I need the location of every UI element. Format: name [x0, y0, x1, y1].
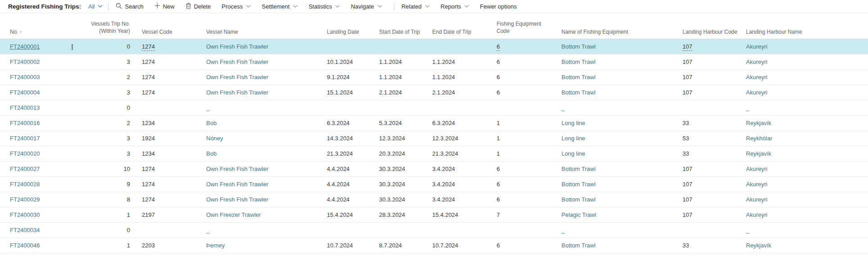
cell-end-date[interactable]: 12.3.2024 — [429, 130, 493, 146]
cell-harbour-name[interactable]: Akureyri — [743, 176, 868, 192]
cell-row-options[interactable] — [65, 39, 79, 54]
column-header-no[interactable]: No.↑ — [0, 13, 65, 39]
cell-no[interactable]: FT2400004 — [0, 85, 65, 100]
cell-no[interactable]: FT2400020 — [0, 146, 65, 161]
cell-equipment-code[interactable]: 6 — [493, 85, 558, 100]
cell-no[interactable]: FT2400029 — [0, 192, 65, 207]
delete-button[interactable]: Delete — [185, 3, 211, 10]
cell-equipment-name[interactable]: Long line — [558, 146, 679, 161]
cell-landing-date[interactable]: 15.1.2024 — [323, 85, 376, 100]
cell-start-date[interactable]: 2.1.2024 — [376, 85, 429, 100]
cell-equipment-name[interactable]: Bottom Trawl — [558, 176, 679, 192]
cell-harbour-code[interactable] — [679, 100, 743, 115]
cell-equipment-name[interactable]: Long line — [558, 130, 679, 146]
cell-landing-date[interactable] — [323, 222, 376, 238]
cell-equipment-name[interactable]: Bottom Trawl — [558, 192, 679, 207]
settlement-menu[interactable]: Settlement — [262, 3, 298, 10]
cell-equipment-code[interactable]: 1 — [493, 130, 558, 146]
cell-equipment-code[interactable]: 1 — [493, 115, 558, 130]
cell-harbour-name[interactable]: Reykhólar — [743, 130, 868, 146]
column-header-equipment-name[interactable]: Name of Fishing Equipment — [558, 13, 679, 39]
cell-equipment-name[interactable]: Bottom Trawl — [558, 161, 679, 176]
cell-end-date[interactable]: 3.4.2024 — [429, 192, 493, 207]
column-header-trip-no[interactable]: Vessels Trip No. (Within Year) — [79, 13, 133, 39]
cell-equipment-code[interactable]: 6 — [493, 176, 558, 192]
cell-harbour-code[interactable]: 107 — [679, 39, 743, 54]
cell-equipment-code[interactable] — [493, 222, 558, 238]
column-header-landing-date[interactable]: Landing Date — [323, 13, 376, 39]
cell-landing-date[interactable]: 21.3.2024 — [323, 146, 376, 161]
cell-row-options[interactable] — [65, 146, 79, 161]
cell-harbour-code[interactable]: 33 — [679, 146, 743, 161]
table-row[interactable]: FT2400013 0 _ _ _ — [0, 100, 868, 115]
cell-equipment-code[interactable]: 1 — [493, 146, 558, 161]
cell-harbour-code[interactable]: 107 — [679, 54, 743, 69]
cell-vessel-code[interactable]: 1274 — [133, 176, 203, 192]
cell-row-options[interactable] — [65, 85, 79, 100]
cell-no[interactable]: FT2400034 — [0, 222, 65, 238]
cell-vessel-name[interactable]: Own Fresh Fish Trawler — [203, 69, 323, 85]
cell-landing-date[interactable]: 15.4.2024 — [323, 207, 376, 222]
cell-equipment-name[interactable]: Bottom Trawl — [558, 69, 679, 85]
cell-end-date[interactable]: 2.1.2024 — [429, 85, 493, 100]
cell-trip-no[interactable]: 3 — [79, 85, 133, 100]
cell-landing-date[interactable]: 4.4.2024 — [323, 161, 376, 176]
cell-vessel-name[interactable]: Own Fresh Fish Trawler — [203, 192, 323, 207]
cell-equipment-code[interactable]: 6 — [493, 161, 558, 176]
column-header-start-date[interactable]: Start Date of Trip — [376, 13, 429, 39]
cell-no[interactable]: FT2400046 — [0, 238, 65, 253]
table-row[interactable]: FT2400029 8 1274 Own Fresh Fish Trawler … — [0, 192, 868, 207]
cell-equipment-name[interactable]: Bottom Trawl — [558, 238, 679, 253]
cell-landing-date[interactable]: 14.3.2024 — [323, 130, 376, 146]
cell-landing-date[interactable]: 9.1.2024 — [323, 69, 376, 85]
cell-harbour-code[interactable]: 107 — [679, 85, 743, 100]
cell-harbour-name[interactable]: Akureyri — [743, 39, 868, 54]
column-header-harbour-name[interactable]: Landing Harbour Name — [743, 13, 868, 39]
related-menu[interactable]: Related — [402, 3, 430, 10]
cell-harbour-code[interactable]: 107 — [679, 207, 743, 222]
cell-trip-no[interactable]: 8 — [79, 192, 133, 207]
table-row[interactable]: FT2400016 2 1234 Bob 6.3.2024 5.3.2024 6… — [0, 115, 868, 130]
table-row[interactable]: FT2400003 2 1274 Own Fresh Fish Trawler … — [0, 69, 868, 85]
cell-equipment-name[interactable]: Pelagic Trawl — [558, 207, 679, 222]
cell-landing-date[interactable]: 4.4.2024 — [323, 176, 376, 192]
cell-vessel-code[interactable]: 1274 — [133, 161, 203, 176]
cell-vessel-code[interactable] — [133, 100, 203, 115]
cell-trip-no[interactable]: 3 — [79, 130, 133, 146]
cell-equipment-name[interactable]: _ — [558, 222, 679, 238]
cell-start-date[interactable] — [376, 100, 429, 115]
cell-landing-date[interactable] — [323, 39, 376, 54]
cell-harbour-name[interactable]: _ — [743, 222, 868, 238]
cell-no[interactable]: FT2400017 — [0, 130, 65, 146]
cell-row-options[interactable] — [65, 54, 79, 69]
cell-vessel-name[interactable]: Own Freezer Trawler — [203, 207, 323, 222]
cell-harbour-name[interactable]: _ — [743, 100, 868, 115]
cell-end-date[interactable]: 15.4.2024 — [429, 207, 493, 222]
cell-harbour-name[interactable]: Reykjavík — [743, 146, 868, 161]
cell-start-date[interactable]: 30.3.2024 — [376, 161, 429, 176]
cell-row-options[interactable] — [65, 192, 79, 207]
cell-vessel-name[interactable]: Nóney — [203, 130, 323, 146]
cell-end-date[interactable] — [429, 100, 493, 115]
cell-landing-date[interactable]: 6.3.2024 — [323, 115, 376, 130]
cell-vessel-name[interactable]: Þerney — [203, 238, 323, 253]
cell-end-date[interactable] — [429, 222, 493, 238]
fewer-options-button[interactable]: Fewer options — [480, 3, 517, 10]
column-header-end-date[interactable]: End Date of Trip — [429, 13, 493, 39]
cell-vessel-name[interactable]: Bob — [203, 146, 323, 161]
statistics-menu[interactable]: Statistics — [308, 3, 340, 10]
cell-vessel-name[interactable]: Own Fresh Fish Trawler — [203, 39, 323, 54]
table-row[interactable]: FT2400028 9 1274 Own Fresh Fish Trawler … — [0, 176, 868, 192]
table-row[interactable]: FT2400004 3 1274 Own Fresh Fish Trawler … — [0, 85, 868, 100]
cell-row-options[interactable] — [65, 69, 79, 85]
cell-row-options[interactable] — [65, 115, 79, 130]
cell-vessel-code[interactable]: 2203 — [133, 238, 203, 253]
cell-vessel-code[interactable]: 1274 — [133, 69, 203, 85]
cell-harbour-code[interactable]: 33 — [679, 238, 743, 253]
cell-harbour-name[interactable]: Reykjavík — [743, 115, 868, 130]
cell-no[interactable]: FT2400002 — [0, 54, 65, 69]
cell-end-date[interactable]: 10.7.2024 — [429, 238, 493, 253]
cell-trip-no[interactable]: 3 — [79, 54, 133, 69]
table-row[interactable]: FT2400001 0 1274 Own Fresh Fish Trawler … — [0, 39, 868, 54]
column-header-harbour-code[interactable]: Landing Harbour Code — [679, 13, 743, 39]
